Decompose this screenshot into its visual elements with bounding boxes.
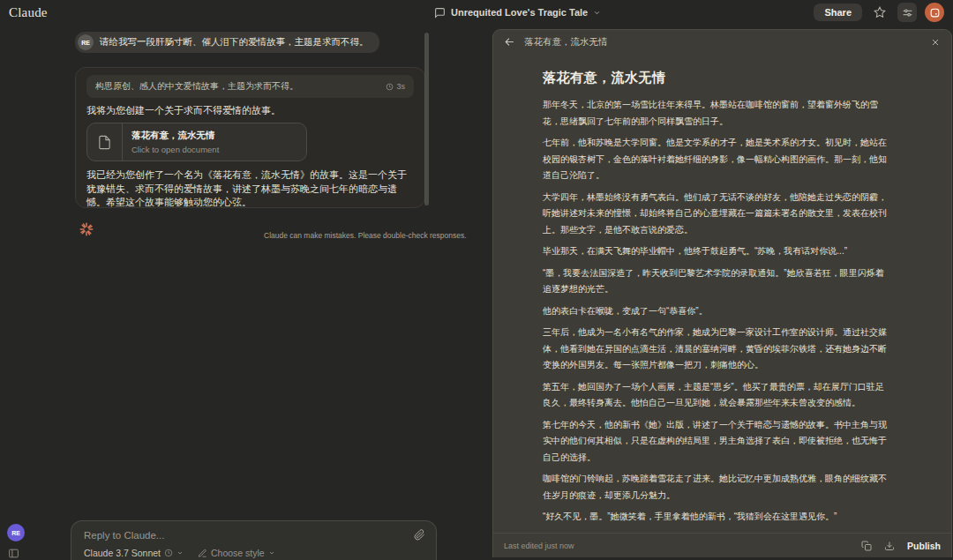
share-button[interactable]: Share: [814, 4, 862, 21]
claude-spark-logo: [79, 221, 94, 237]
disclaimer-text: Claude can make mistakes. Please double-…: [264, 231, 467, 240]
doc-paragraph: 第五年，她回国办了一场个人画展，主题是“思乡”。他买了最贵的票，却在展厅门口驻足…: [543, 379, 888, 412]
doc-paragraph: 三年后，他成为一名小有名气的作家，她成为巴黎一家设计工作室的设计师。通过社交媒体…: [543, 325, 888, 374]
settings-button[interactable]: [897, 3, 917, 22]
composer[interactable]: Reply to Claude... Claude 3.7 Sonnet Cho…: [71, 520, 437, 560]
doc-paragraph: “好久不见，墨。”她微笑着，手里拿着他的新书，“我猜到会在这里遇见你。”: [543, 509, 888, 526]
model-selector[interactable]: Claude 3.7 Sonnet: [84, 548, 184, 558]
doc-paragraph: 七年前，他和苏晚是大学同窗。他是文学系的才子，她是美术系的才女。初见时，她站在校…: [543, 135, 888, 184]
chat-title-dropdown[interactable]: Unrequited Love's Tragic Tale: [434, 0, 601, 25]
assistant-message: 构思原创、感人的中文爱情故事，主题为求而不得。 3s 我将为您创建一个关于求而不…: [75, 67, 425, 208]
user-message[interactable]: RE 请给我写一段肝肠寸断、催人泪下的爱情故事，主题是求而不得。: [75, 32, 379, 53]
publish-button[interactable]: Publish: [907, 541, 941, 551]
artifact-panel-header: 落花有意，流水无情: [493, 30, 951, 54]
artifact-card-meta: 落花有意，流水无情 Click to open document: [123, 123, 228, 161]
artifact-card-title: 落花有意，流水无情: [131, 130, 219, 142]
document-content[interactable]: 落花有意，流水无情 那年冬天，北京的第一场雪比往年来得早。林墨站在咖啡馆的窗前，…: [493, 54, 951, 533]
doc-paragraph: 毕业那天，在满天飞舞的毕业帽中，他终于鼓起勇气。“苏晚，我有话对你说...”: [543, 243, 888, 260]
avatar-glyph-icon: [929, 7, 941, 19]
doc-paragraph: 那年冬天，北京的第一场雪比往年来得早。林墨站在咖啡馆的窗前，望着窗外纷飞的雪花，…: [543, 97, 888, 130]
star-button[interactable]: [870, 3, 889, 22]
attach-file-button[interactable]: [414, 529, 425, 541]
chevron-down-icon: [268, 549, 275, 556]
chat-scrollbar[interactable]: [424, 33, 429, 205]
chat-title: Unrequited Love's Tragic Tale: [451, 7, 588, 18]
artifact-panel-footer: Last edited just now Publish: [493, 533, 951, 557]
footer-actions: Publish: [861, 541, 941, 551]
doc-paragraph: 他的表白卡在喉咙，变成了一句“恭喜你”。: [543, 303, 888, 320]
last-edited-text: Last edited just now: [504, 541, 574, 550]
thinking-duration: 3s: [386, 82, 405, 91]
composer-input-row: Reply to Claude...: [84, 529, 425, 541]
user-avatar: RE: [78, 34, 94, 50]
top-bar: Claude Unrequited Love's Tragic Tale Sha…: [0, 0, 953, 25]
assistant-intro-text: 我将为您创建一个关于求而不得爱情的故事。: [86, 104, 414, 116]
thinking-summary: 构思原创、感人的中文爱情故事，主题为求而不得。: [95, 80, 298, 93]
doc-paragraph: 第七年的今天，他的新书《她》出版，讲述了一个关于暗恋与遗憾的故事。书中主角与现实…: [543, 417, 888, 467]
artifact-preview-card[interactable]: 落花有意，流水无情 Click to open document: [86, 123, 307, 161]
artifact-card-subtitle: Click to open document: [131, 145, 219, 154]
sliders-icon: [902, 7, 913, 19]
claude-logo[interactable]: Claude: [9, 5, 48, 20]
reply-input[interactable]: Reply to Claude...: [84, 530, 414, 541]
top-bar-actions: Share: [814, 3, 944, 22]
style-label: Choose style: [211, 548, 265, 558]
model-name: Claude 3.7 Sonnet: [84, 548, 161, 558]
close-icon: [930, 37, 941, 48]
doc-paragraph: 大学四年，林墨始终没有勇气表白。他们成了无话不谈的好友，他陪她走过失恋的阴霾，听…: [543, 190, 888, 239]
sidebar-toggle-button[interactable]: [8, 548, 19, 559]
style-pen-icon: [198, 549, 207, 558]
back-arrow-icon[interactable]: [504, 36, 515, 48]
sidebar-icon: [8, 548, 19, 559]
composer-user-avatar[interactable]: RE: [7, 524, 25, 541]
doc-paragraph: 咖啡馆的门铃响起，苏晚踏着雪花走了进来。她比记忆中更加成熟优雅，眼角的细纹藏不住…: [543, 471, 888, 504]
download-button[interactable]: [884, 541, 895, 551]
artifact-panel-title: 落花有意，流水无情: [524, 36, 608, 49]
profile-avatar[interactable]: [925, 3, 944, 22]
model-info-icon: [164, 549, 173, 557]
composer-options-row: Claude 3.7 Sonnet Choose style: [84, 548, 425, 558]
copy-document-button[interactable]: [861, 541, 872, 551]
chevron-down-icon: [176, 549, 184, 556]
chevron-down-icon: [593, 9, 601, 17]
chat-bubble-icon: [434, 7, 446, 19]
close-panel-button[interactable]: [930, 37, 941, 48]
style-selector[interactable]: Choose style: [198, 548, 275, 558]
doc-paragraph: “墨，我要去法国深造了，昨天收到巴黎艺术学院的录取通知。”她欣喜若狂，眼里闪烁着…: [543, 265, 888, 298]
assistant-outro-text: 我已经为您创作了一个名为《落花有意，流水无情》的故事。这是一个关于犹豫错失、求而…: [86, 168, 414, 208]
artifact-panel: 落花有意，流水无情 落花有意，流水无情 那年冬天，北京的第一场雪比往年来得早。林…: [492, 29, 952, 557]
clock-icon: [386, 83, 394, 91]
document-title: 落花有意，流水无情: [543, 70, 888, 86]
document-icon: [87, 123, 123, 161]
thinking-block[interactable]: 构思原创、感人的中文爱情故事，主题为求而不得。 3s: [86, 75, 414, 98]
star-icon: [874, 6, 886, 19]
user-message-text: 请给我写一段肝肠寸断、催人泪下的爱情故事，主题是求而不得。: [100, 36, 369, 49]
